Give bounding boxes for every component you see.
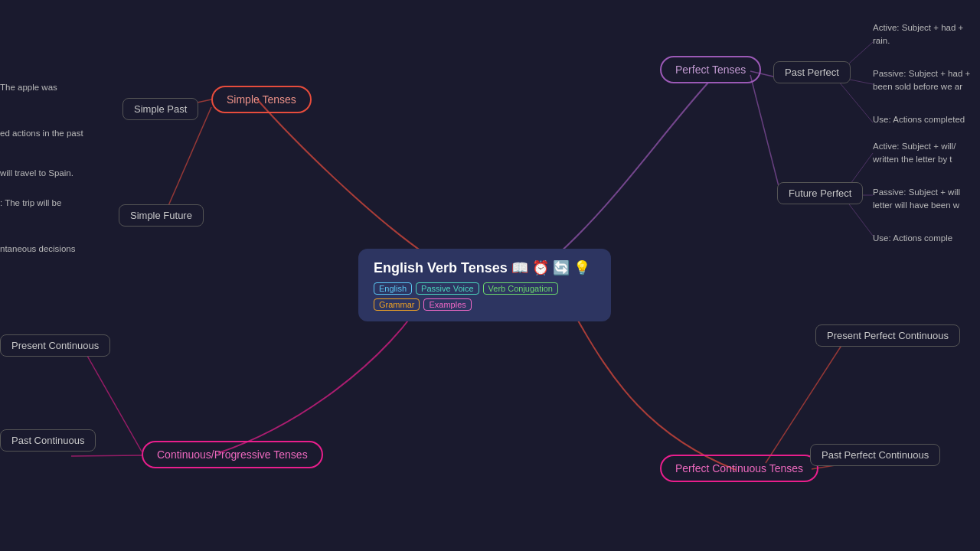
future-perfect-label: Future Perfect — [777, 182, 863, 204]
tag-examples[interactable]: Examples — [423, 298, 471, 311]
tag-grammar[interactable]: Grammar — [374, 298, 420, 311]
text-passive-will: Passive: Subject + will letter will have… — [873, 186, 960, 213]
svg-line-10 — [835, 77, 873, 122]
text-will-travel: will travel to Spain. — [0, 167, 74, 180]
past-perfect-label: Past Perfect — [773, 61, 851, 83]
past-perfect-node[interactable]: Past Perfect — [773, 61, 851, 83]
text-trip-will: : The trip will be — [0, 197, 61, 210]
future-perfect-node[interactable]: Future Perfect — [777, 182, 863, 204]
simple-past-label: Simple Past — [122, 98, 198, 120]
past-continuous-label: Past Continuous — [0, 429, 96, 452]
central-tags: English Passive Voice Verb Conjugation G… — [374, 282, 596, 311]
tag-verb-conjugation[interactable]: Verb Conjugation — [483, 282, 558, 295]
text-ed-actions: ed actions in the past — [0, 127, 83, 140]
present-perfect-continuous-label: Present Perfect Continuous — [815, 324, 960, 347]
perfect-tenses-node[interactable]: Perfect Tenses — [660, 56, 761, 83]
central-node: English Verb Tenses 📖 ⏰ 🔄 💡 English Pass… — [358, 249, 611, 321]
text-use-completed: Use: Actions completed — [873, 113, 965, 126]
continuous-tenses-label: Continuous/Progressive Tenses — [142, 441, 323, 468]
svg-line-3 — [750, 75, 781, 195]
simple-future-label: Simple Future — [119, 204, 204, 227]
present-continuous-node[interactable]: Present Continuous — [0, 334, 110, 357]
simple-future-node[interactable]: Simple Future — [119, 204, 204, 227]
present-continuous-label: Present Continuous — [0, 334, 110, 357]
past-perfect-continuous-node[interactable]: Past Perfect Continuous — [810, 444, 940, 466]
text-instantaneous: ntaneous decisions — [0, 243, 75, 256]
tag-english[interactable]: English — [374, 282, 412, 295]
svg-line-5 — [71, 455, 142, 456]
past-perfect-continuous-label: Past Perfect Continuous — [810, 444, 940, 466]
text-passive-had: Passive: Subject + had + been sold befor… — [873, 67, 970, 94]
continuous-tenses-node[interactable]: Continuous/Progressive Tenses — [142, 441, 323, 468]
text-active-will: Active: Subject + will/ written the lett… — [873, 140, 956, 167]
simple-tenses-label: Simple Tenses — [211, 86, 312, 113]
text-apple: The apple was — [0, 81, 57, 94]
perfect-continuous-tenses-label: Perfect Continuous Tenses — [660, 455, 818, 482]
past-continuous-node[interactable]: Past Continuous — [0, 429, 96, 452]
perfect-tenses-label: Perfect Tenses — [660, 56, 761, 83]
svg-line-1 — [165, 107, 211, 214]
text-use-comp2: Use: Actions comple — [873, 232, 952, 245]
text-active-had: Active: Subject + had + rain. — [873, 21, 963, 48]
simple-past-node[interactable]: Simple Past — [122, 98, 198, 120]
simple-tenses-node[interactable]: Simple Tenses — [211, 86, 312, 113]
perfect-continuous-tenses-node[interactable]: Perfect Continuous Tenses — [660, 455, 818, 482]
present-perfect-continuous-node[interactable]: Present Perfect Continuous — [815, 324, 960, 347]
tag-passive-voice[interactable]: Passive Voice — [416, 282, 479, 295]
central-title: English Verb Tenses 📖 ⏰ 🔄 💡 — [374, 259, 596, 276]
